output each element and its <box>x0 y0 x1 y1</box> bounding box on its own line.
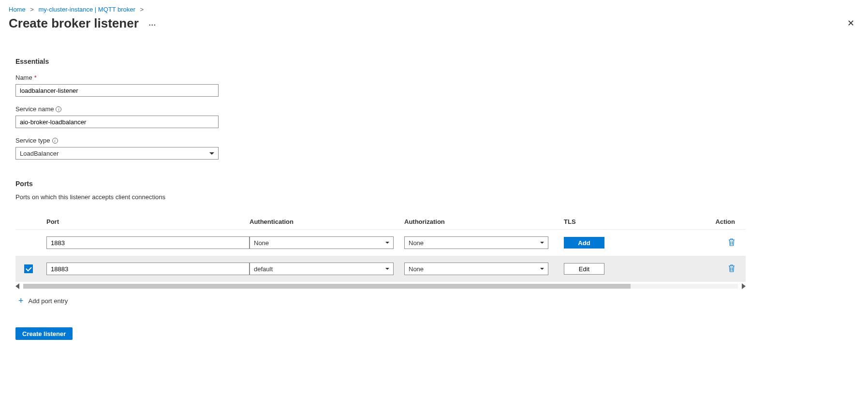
horizontal-scrollbar[interactable] <box>15 283 746 289</box>
service-name-label: Service name <box>15 105 54 113</box>
section-ports: Ports <box>15 180 853 188</box>
col-port-header: Port <box>46 218 250 225</box>
service-type-label: Service type <box>15 137 50 144</box>
port-input[interactable] <box>46 236 250 249</box>
authz-value: None <box>409 265 424 273</box>
scroll-left-icon[interactable] <box>15 283 19 289</box>
authz-select[interactable]: None <box>404 263 548 275</box>
create-listener-button[interactable]: Create listener <box>15 327 73 340</box>
auth-select[interactable]: default <box>250 263 394 275</box>
col-action-header: Action <box>714 218 743 225</box>
auth-value: default <box>254 265 273 273</box>
port-input[interactable] <box>46 263 250 275</box>
delete-icon[interactable] <box>728 238 735 246</box>
add-port-entry-label: Add port entry <box>29 297 68 305</box>
scroll-right-icon[interactable] <box>742 283 746 289</box>
chevron-right-icon: > <box>140 6 144 13</box>
add-port-entry-button[interactable]: + Add port entry <box>18 296 746 306</box>
authz-select[interactable]: None <box>404 236 548 249</box>
auth-select[interactable]: None <box>250 236 394 249</box>
close-icon[interactable]: ✕ <box>842 15 859 31</box>
page-title: Create broker listener <box>9 16 139 31</box>
tls-add-button[interactable]: Add <box>564 237 604 249</box>
col-authz-header: Authorization <box>404 218 559 225</box>
row-checkbox[interactable] <box>24 264 33 273</box>
tls-edit-button[interactable]: Edit <box>564 263 604 275</box>
chevron-right-icon: > <box>30 6 34 13</box>
authz-value: None <box>409 239 424 247</box>
scroll-track[interactable] <box>23 284 738 289</box>
delete-icon[interactable] <box>728 264 735 272</box>
chevron-down-icon <box>540 268 544 270</box>
service-type-select[interactable]: LoadBalancer <box>15 147 219 160</box>
chevron-down-icon <box>385 242 389 244</box>
chevron-down-icon <box>540 242 544 244</box>
table-row: None None Add <box>15 230 746 256</box>
breadcrumb: Home > my-cluster-instance | MQTT broker… <box>0 0 868 13</box>
more-actions-button[interactable]: … <box>147 17 159 29</box>
scroll-thumb[interactable] <box>23 284 631 289</box>
chevron-down-icon <box>209 152 214 155</box>
auth-value: None <box>254 239 269 247</box>
breadcrumb-instance[interactable]: my-cluster-instance | MQTT broker <box>39 6 135 13</box>
breadcrumb-home[interactable]: Home <box>9 6 26 13</box>
chevron-down-icon <box>385 268 389 270</box>
section-essentials: Essentials <box>15 58 853 65</box>
name-input[interactable] <box>15 84 219 97</box>
table-header: Port Authentication Authorization TLS Ac… <box>15 214 746 230</box>
info-icon[interactable]: i <box>56 106 61 112</box>
table-row: default None Edit <box>15 256 746 282</box>
service-type-value: LoadBalancer <box>20 150 59 157</box>
required-indicator: * <box>34 74 37 81</box>
service-name-input[interactable] <box>15 116 219 128</box>
col-auth-header: Authentication <box>250 218 404 225</box>
col-tls-header: TLS <box>559 218 714 225</box>
plus-icon: + <box>18 296 24 306</box>
info-icon[interactable]: i <box>52 138 58 144</box>
name-label: Name <box>15 74 32 81</box>
ports-description: Ports on which this listener accepts cli… <box>15 193 853 201</box>
